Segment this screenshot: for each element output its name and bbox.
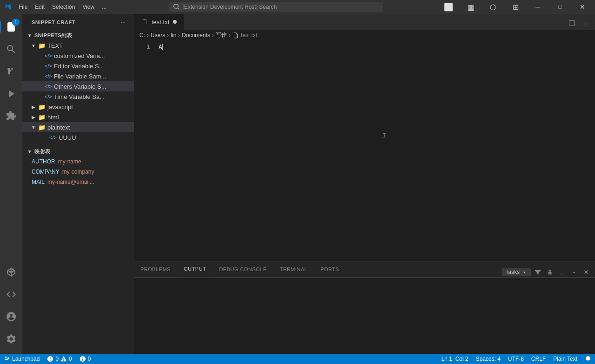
minimize-button[interactable]: ─: [527, 0, 549, 14]
snippet-item-label: UUUU: [59, 134, 76, 141]
close-icon: [583, 269, 589, 275]
panel-tab-debug-console[interactable]: DEBUG CONSOLE: [212, 261, 273, 277]
activity-item-account[interactable]: [0, 306, 22, 328]
code-content[interactable]: A I: [155, 40, 595, 261]
code-editor[interactable]: 1 A I: [134, 40, 595, 261]
text-folder[interactable]: ▼ 📁 TEXT: [22, 40, 134, 51]
snippet-item-uuuu[interactable]: </> UUUU: [22, 132, 134, 143]
status-language[interactable]: Plain Text: [549, 354, 581, 364]
activity-item-html[interactable]: [0, 283, 22, 306]
breadcrumb-lin[interactable]: lin: [171, 32, 176, 39]
snippet-item-editor[interactable]: </> Editor Variable S...: [22, 61, 134, 71]
menu-view[interactable]: View: [79, 0, 98, 14]
search-placeholder: [Extension Development Host] Search: [183, 4, 277, 10]
output-tasks-dropdown[interactable]: Tasks: [502, 268, 531, 276]
javascript-folder-label: javascript: [47, 104, 73, 110]
breadcrumb-users[interactable]: Users: [151, 32, 165, 39]
plaintext-folder[interactable]: ▼ 📁 plaintext: [22, 122, 134, 132]
activity-item-explorer[interactable]: 1: [0, 16, 22, 38]
chevron-down-icon: ▼: [26, 148, 33, 155]
html-folder-label: html: [47, 114, 59, 121]
snippet-item-others[interactable]: </> Others Variable S...: [22, 81, 134, 91]
panel-maximize-button[interactable]: [569, 267, 579, 277]
chevron-right-icon: ▶: [30, 103, 37, 110]
html-icon: [6, 289, 17, 300]
folder-icon: 📁: [38, 103, 46, 110]
snippet-item-label: Others Variable S...: [54, 83, 106, 90]
status-branch[interactable]: Launchpad: [0, 354, 43, 364]
status-info[interactable]: 0: [76, 354, 95, 364]
layout-toggle-3[interactable]: ⬡: [483, 0, 504, 14]
error-count: 0: [55, 356, 59, 362]
status-errors[interactable]: 0 0: [43, 354, 75, 364]
snippet-item-label: File Variable Sam...: [54, 73, 106, 80]
breadcrumb-c[interactable]: C:: [139, 32, 145, 39]
snippet-item-customized[interactable]: </> customized Varia...: [22, 51, 134, 61]
mapping-section-header[interactable]: ▼ 映射表: [22, 146, 134, 156]
snippet-item-time[interactable]: </> Time Variable Sa...: [22, 91, 134, 102]
breadcrumb-writing[interactable]: 写作: [216, 31, 227, 39]
activity-item-search[interactable]: [0, 38, 22, 60]
html-folder[interactable]: ▶ 📁 html: [22, 112, 134, 122]
chevron-down-icon: ▼: [30, 124, 37, 131]
codepen-icon: [6, 266, 17, 278]
split-editor-button[interactable]: [565, 17, 578, 30]
code-line-1: A: [159, 43, 162, 50]
status-encoding[interactable]: UTF-8: [504, 354, 528, 364]
snippet-icon: </>: [49, 134, 57, 141]
mapping-item-company[interactable]: COMPANY my-company: [22, 167, 134, 177]
breadcrumb-file[interactable]: test.txt: [232, 32, 257, 39]
main-container: 1: [0, 14, 595, 354]
status-bar: Launchpad 0 0 0 Ln 1, Col 2 Spaces: 4 UT…: [0, 354, 595, 364]
panel-tab-terminal[interactable]: TERMINAL: [273, 261, 314, 277]
menu-selection[interactable]: Selection: [48, 0, 79, 14]
snippets-section-label: SNIPPETS列表: [34, 32, 72, 39]
warning-count: 0: [69, 356, 72, 362]
sidebar-more-button[interactable]: ···: [118, 17, 128, 27]
branch-label: Launchpad: [12, 356, 40, 362]
close-button[interactable]: ✕: [572, 0, 593, 14]
menu-file[interactable]: File: [15, 0, 31, 14]
panel-tab-ports[interactable]: PORTS: [314, 261, 345, 277]
chevron-down-icon: [522, 269, 527, 275]
panel-tab-output[interactable]: OUTPUT: [177, 261, 212, 277]
maximize-button[interactable]: □: [549, 0, 571, 14]
activity-item-codepen[interactable]: [0, 261, 22, 283]
panel-tab-problems[interactable]: PROBLEMS: [134, 261, 177, 277]
status-position[interactable]: Ln 1, Col 2: [437, 354, 472, 364]
status-spaces[interactable]: Spaces: 4: [472, 354, 504, 364]
file-icon: 🗒: [141, 18, 148, 26]
panel-more-button[interactable]: ...: [557, 267, 567, 277]
layout-toggle-2[interactable]: ▦: [460, 0, 482, 14]
mapping-item-mail[interactable]: MAIL my-name@email...: [22, 177, 134, 187]
breadcrumb-filename: test.txt: [241, 32, 257, 39]
activity-item-source-control[interactable]: [0, 60, 22, 83]
filter-button[interactable]: [533, 267, 543, 277]
text-folder-label: TEXT: [47, 42, 63, 49]
menu-more[interactable]: ...: [98, 0, 110, 14]
run-icon: [6, 88, 17, 99]
breadcrumb-documents[interactable]: Documents: [182, 32, 210, 39]
explorer-badge: 1: [12, 19, 20, 26]
status-notifications[interactable]: [581, 354, 595, 364]
activity-item-run[interactable]: [0, 83, 22, 105]
activity-item-extensions[interactable]: [0, 105, 22, 127]
snippet-item-label: customized Varia...: [54, 52, 105, 59]
more-actions-button[interactable]: ···: [578, 17, 591, 30]
tab-modified-indicator: [173, 20, 177, 24]
mapping-item-author[interactable]: AUTHOR my-name: [22, 156, 134, 167]
layout-toggle-1[interactable]: ⬜: [438, 0, 459, 14]
mapping-value: my-name@email...: [47, 179, 94, 185]
menu-edit[interactable]: Edit: [31, 0, 48, 14]
snippet-item-label: Editor Variable S...: [54, 63, 104, 70]
global-search-bar[interactable]: [Extension Development Host] Search: [169, 2, 383, 12]
tab-test-txt[interactable]: 🗒 test.txt: [134, 14, 185, 30]
activity-item-settings[interactable]: [0, 328, 22, 350]
status-line-ending[interactable]: CRLF: [528, 354, 549, 364]
lock-button[interactable]: [545, 267, 555, 277]
layout-toggle-4[interactable]: ⊞: [505, 0, 526, 14]
snippet-item-file[interactable]: </> File Variable Sam...: [22, 71, 134, 81]
panel-close-button[interactable]: [581, 267, 591, 277]
snippets-section-header[interactable]: ▼ SNIPPETS列表: [22, 30, 134, 40]
javascript-folder[interactable]: ▶ 📁 javascript: [22, 102, 134, 112]
